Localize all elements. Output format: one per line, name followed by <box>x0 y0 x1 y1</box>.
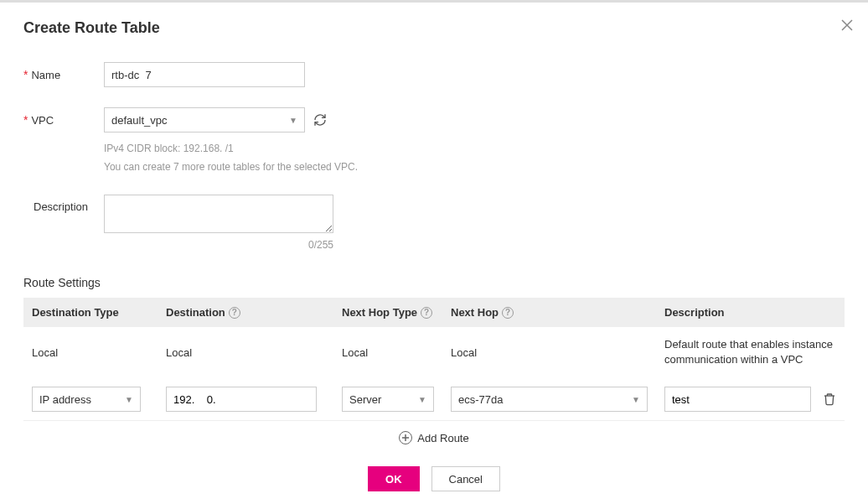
required-star: * <box>23 113 28 127</box>
route-settings-title: Route Settings <box>23 276 845 289</box>
cell-description: Default route that enables instance comm… <box>656 337 845 367</box>
description-row: Description 0/255 <box>23 195 845 251</box>
cell-destination-type: Local <box>23 337 158 367</box>
col-destination-type: Destination Type <box>23 298 158 327</box>
help-icon[interactable]: ? <box>229 307 240 319</box>
name-label: * Name <box>23 62 104 81</box>
next-hop-select[interactable]: ecs-77da ▼ <box>451 387 648 412</box>
vpc-label: * VPC <box>23 107 104 127</box>
close-button[interactable] <box>841 18 853 35</box>
name-row: * Name <box>23 62 845 87</box>
create-route-table-modal: Create Route Table * Name * VPC default_… <box>0 3 868 504</box>
col-next-hop: Next Hop ? <box>442 298 656 327</box>
char-count: 0/255 <box>104 239 333 251</box>
table-row-editable: IP address ▼ Server ▼ ecs-77da ▼ <box>23 378 845 420</box>
trash-icon <box>823 392 836 406</box>
cidr-helper-text: IPv4 CIDR block: 192.168. /1 <box>104 141 358 156</box>
cell-next-hop: Local <box>442 337 656 367</box>
col-next-hop-type-label: Next Hop Type <box>342 306 417 319</box>
close-icon <box>841 19 853 31</box>
tables-remaining-text: You can create 7 more route tables for t… <box>104 159 358 174</box>
help-icon[interactable]: ? <box>502 307 514 319</box>
destination-type-select[interactable]: IP address ▼ <box>32 387 141 412</box>
plus-icon <box>399 431 412 444</box>
ok-button[interactable]: OK <box>368 466 420 491</box>
col-destination: Destination ? <box>158 298 333 327</box>
cancel-button[interactable]: Cancel <box>431 466 500 491</box>
refresh-icon <box>313 113 327 127</box>
page-title: Create Route Table <box>23 19 845 37</box>
col-description-label: Description <box>664 306 725 319</box>
add-route-button[interactable]: Add Route <box>23 421 845 455</box>
delete-route-button[interactable] <box>823 392 836 406</box>
name-label-text: Name <box>31 69 60 81</box>
next-hop-type-select[interactable]: Server ▼ <box>342 387 434 412</box>
col-next-hop-type: Next Hop Type ? <box>333 298 442 327</box>
col-destination-label: Destination <box>166 306 225 319</box>
chevron-down-icon: ▼ <box>418 395 426 404</box>
refresh-button[interactable] <box>313 113 327 127</box>
description-textarea[interactable] <box>104 195 333 233</box>
table-row-default: Local Local Local Local Default route th… <box>23 327 845 378</box>
description-label: Description <box>23 195 104 213</box>
destination-type-value: IP address <box>39 393 91 406</box>
next-hop-type-value: Server <box>349 393 381 406</box>
help-icon[interactable]: ? <box>421 307 432 319</box>
col-description: Description <box>656 298 845 327</box>
chevron-down-icon: ▼ <box>289 116 297 125</box>
name-input[interactable] <box>104 62 305 87</box>
next-hop-value: ecs-77da <box>458 393 503 406</box>
vpc-row: * VPC default_vpc ▼ IPv4 CIDR block: 192… <box>23 107 845 174</box>
route-description-input[interactable] <box>664 387 811 412</box>
table-header: Destination Type Destination ? Next Hop … <box>23 298 845 327</box>
col-destination-type-label: Destination Type <box>32 306 119 319</box>
vpc-select[interactable]: default_vpc ▼ <box>104 107 305 132</box>
chevron-down-icon: ▼ <box>632 395 640 404</box>
route-table: Destination Type Destination ? Next Hop … <box>23 298 845 491</box>
cell-destination: Local <box>158 337 333 367</box>
col-next-hop-label: Next Hop <box>451 306 499 319</box>
vpc-label-text: VPC <box>31 114 54 127</box>
chevron-down-icon: ▼ <box>125 395 133 404</box>
vpc-selected-value: default_vpc <box>111 114 168 127</box>
destination-input[interactable] <box>166 387 317 412</box>
button-row: OK Cancel <box>23 466 845 491</box>
cell-next-hop-type: Local <box>333 337 442 367</box>
description-label-text: Description <box>34 200 88 213</box>
required-star: * <box>23 68 28 81</box>
add-route-label: Add Route <box>417 432 468 444</box>
